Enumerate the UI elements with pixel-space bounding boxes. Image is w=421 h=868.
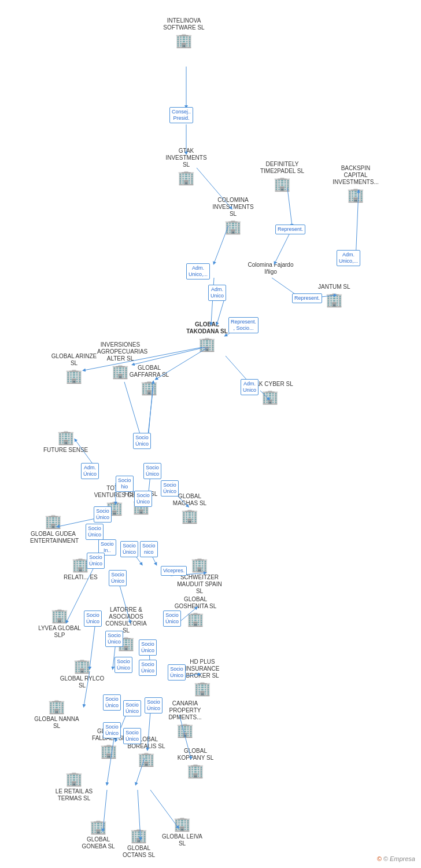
relation-socio-unico-19[interactable]: SocioÚnico <box>145 697 163 713</box>
building-icon: 🏢 <box>224 218 242 236</box>
svg-line-10 <box>287 188 292 226</box>
watermark: © © Empresa <box>377 855 415 862</box>
relation-socio-unico-3[interactable]: SocioÚnico <box>161 480 179 496</box>
building-icon: 🏢 <box>193 679 212 698</box>
relation-socio-unico-10[interactable]: SocioÚnico <box>84 610 102 627</box>
building-icon: 🏢 <box>190 556 209 574</box>
relation-socio-unico-6[interactable]: SocioÚnico <box>86 524 104 540</box>
relation-socio-unico-20[interactable]: SocioÚnico <box>103 722 121 738</box>
relation-socio-unico-15[interactable]: SocioÚnico <box>139 660 157 676</box>
building-icon: 🏢 <box>176 721 194 740</box>
building-icon: 🏢 <box>130 826 148 845</box>
building-icon: 🏢 <box>177 168 195 187</box>
relation-socio-unico-18[interactable]: SocioÚnico <box>123 700 141 716</box>
building-icon: 🏢 <box>140 378 158 397</box>
node-global-leiva: 🏢 GLOBAL LEIVA SL <box>159 815 205 847</box>
building-icon: 🏢 <box>44 512 62 531</box>
node-global-gudea: 🏢 GLOBAL GUDEA ENTERTAINMENT <box>30 512 76 545</box>
node-le-retail: 🏢 LE RETAIL AS TERMAS SL <box>51 770 97 802</box>
relation-socio-nico[interactable]: Socionico <box>140 541 158 557</box>
node-global-arinze: GLOBAL ARINZE SL 🏢 <box>51 353 97 385</box>
building-icon: 🏢 <box>73 657 91 675</box>
relation-adm-unico-1[interactable]: Adm.Unico,... <box>186 263 210 279</box>
building-icon: 🏢 <box>89 818 108 836</box>
relation-socio-unico-17[interactable]: SocioÚnico <box>103 694 121 711</box>
node-intelinova: INTELINOVA SOFTWARE SL 🏢 <box>161 17 207 50</box>
building-icon: 🏢 <box>47 697 66 716</box>
relation-socio-unico-16[interactable]: SocioÚnico <box>168 664 186 681</box>
building-icon: 🏢 <box>180 507 199 525</box>
relation-socio-unico-21[interactable]: SocioÚnico <box>123 728 141 744</box>
relation-socio-unico-8[interactable]: SocioÚnico <box>87 553 105 569</box>
building-icon: 🏢 <box>65 770 83 788</box>
node-gtak-investments: GTAK INVESTMENTS SL 🏢 <box>163 148 209 187</box>
relation-consej[interactable]: Consej..Presid. <box>169 107 193 123</box>
node-global-nanna: 🏢 GLOBAL NANNA SL <box>34 697 80 730</box>
building-icon: 🏢 <box>346 186 365 204</box>
node-global-rylco: 🏢 GLOBAL RYLCO SL <box>59 657 105 689</box>
relation-adm-unico-fs[interactable]: Adm.Único <box>81 463 99 479</box>
building-icon: 🏢 <box>50 606 69 625</box>
node-global-takodana: GLOBAL TAKODANA SL 🏢 <box>184 321 230 354</box>
building-icon: 🏢 <box>261 388 279 406</box>
node-colomina-inv: COLOMINA INVESTMENTS SL 🏢 <box>210 197 256 236</box>
node-definitely: DEFINITELY TIME2PADEL SL 🏢 <box>259 161 305 193</box>
node-hd-plus: HD PLUS INSURANCE BROKER SL 🏢 <box>179 659 226 698</box>
relation-socio-unico-13[interactable]: SocioÚnico <box>139 639 157 656</box>
relation-socio-unico-11[interactable]: SocioÚnico <box>163 610 181 627</box>
building-icon: 🏢 <box>137 750 156 768</box>
building-icon: 🏢 <box>186 762 205 780</box>
relation-represent-1[interactable]: Represent. <box>275 225 305 234</box>
building-icon: 🏢 <box>186 610 205 628</box>
relation-adm-unico-gtak-cyber[interactable]: Adm.Unico <box>241 379 258 395</box>
relation-vicepres[interactable]: Vicepres. <box>161 566 187 576</box>
building-icon-red: 🏢 <box>198 335 216 354</box>
relation-socio-unico-4[interactable]: SocioÚnico <box>134 491 152 507</box>
relation-socio-unico-5[interactable]: SocioÚnico <box>94 506 112 523</box>
node-colomina-fajardo: Colomina Fajardo Iñigo <box>248 262 294 275</box>
relation-socio-hio[interactable]: Sociohio <box>116 476 134 492</box>
relation-socio-unico-12[interactable]: SocioÚnico <box>105 631 123 647</box>
node-backspin: BACKSPIN CAPITAL INVESTMENTS... 🏢 <box>333 165 379 204</box>
node-global-goneba: 🏢 GLOBAL GONEBA SL <box>75 818 121 850</box>
relation-socio-unico-2[interactable]: SocioÚnico <box>143 463 161 479</box>
node-future-sense: 🏢 FUTURE SENSE <box>43 428 88 454</box>
node-global-maghas: GLOBAL MAGHAS SL 🏢 <box>167 493 213 525</box>
relation-adm-unico-right[interactable]: Adm.Unico,... <box>337 250 360 266</box>
relation-adm-unico-2[interactable]: Adm.Unico <box>208 285 226 301</box>
node-global-gaffarra: GLOBAL GAFFARRA SL 🏢 <box>126 365 172 397</box>
node-global-koppany: GLOBAL KOPPANY SL 🏢 <box>172 748 219 780</box>
building-icon: 🏢 <box>273 175 291 193</box>
relation-represent-2[interactable]: Represent. <box>292 293 322 303</box>
svg-line-12 <box>226 356 249 382</box>
node-global-octans: 🏢 GLOBAL OCTANS SL <box>116 826 162 859</box>
building-icon: 🏢 <box>173 815 191 833</box>
building-icon: 🏢 <box>65 367 83 385</box>
building-icon: 🏢 <box>325 290 344 309</box>
relation-socio-unico-1[interactable]: SocioÚnico <box>133 433 151 449</box>
building-icon: 🏢 <box>57 428 75 447</box>
relation-socio-unico-9[interactable]: SocioÚnico <box>109 570 127 586</box>
node-quantumsl: JANTUM SL 🏢 <box>318 284 350 309</box>
building-icon: 🏢 <box>99 742 118 760</box>
relation-socio-unico-7[interactable]: SocioÚnico <box>120 541 138 557</box>
relation-socio-unico-14[interactable]: SocioÚnico <box>115 657 132 673</box>
building-icon: 🏢 <box>175 31 193 50</box>
relation-represent-socio[interactable]: Represent., Socio... <box>228 317 258 333</box>
node-canaria-property: CANARIA PROPERTY DPMENTS... 🏢 <box>162 700 208 740</box>
node-lyvea: 🏢 LYVEA GLOBAL SLP <box>36 606 83 639</box>
